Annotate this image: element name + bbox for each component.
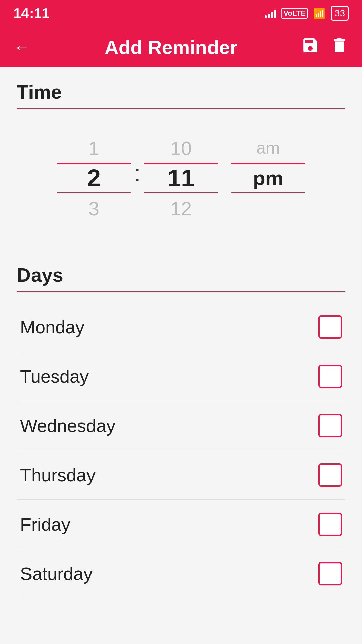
toolbar-actions bbox=[301, 36, 349, 58]
day-label-thursday: Thursday bbox=[20, 465, 96, 485]
page-title: Add Reminder bbox=[41, 36, 301, 58]
minute-column[interactable]: 10 11 12 bbox=[144, 133, 218, 223]
day-checkbox-saturday[interactable] bbox=[318, 562, 342, 585]
day-label-friday: Friday bbox=[20, 514, 70, 535]
day-checkbox-wednesday[interactable] bbox=[318, 414, 342, 437]
minute-above: 10 bbox=[170, 133, 192, 163]
ampm-above: am bbox=[256, 133, 280, 163]
back-arrow-icon: ← bbox=[13, 37, 31, 57]
status-icons: VoLTE 📶 33 bbox=[265, 6, 349, 21]
day-label-monday: Monday bbox=[20, 317, 84, 337]
lte-icon: VoLTE bbox=[281, 8, 307, 19]
time-separator: : bbox=[131, 159, 144, 187]
save-button[interactable] bbox=[301, 36, 320, 58]
hour-column[interactable]: 1 2 3 bbox=[57, 133, 131, 223]
minute-below: 12 bbox=[170, 193, 192, 223]
time-section-title: Time bbox=[17, 80, 345, 109]
day-row-thursday[interactable]: Thursday bbox=[17, 450, 345, 500]
ampm-column[interactable]: am pm bbox=[231, 133, 305, 223]
day-row-friday[interactable]: Friday bbox=[17, 500, 345, 549]
day-label-saturday: Saturday bbox=[20, 563, 93, 584]
day-row-saturday[interactable]: Saturday bbox=[17, 549, 345, 598]
hour-below: 3 bbox=[88, 193, 99, 223]
trash-icon bbox=[330, 36, 349, 55]
content: Time 1 2 3 : 10 11 12 am pm Days Mo bbox=[0, 67, 362, 612]
hour-selected[interactable]: 2 bbox=[57, 163, 131, 193]
day-row-tuesday[interactable]: Tuesday bbox=[17, 352, 345, 401]
day-label-wednesday: Wednesday bbox=[20, 415, 115, 436]
status-time: 14:11 bbox=[13, 5, 49, 21]
delete-button[interactable] bbox=[330, 36, 349, 58]
signal-icon bbox=[265, 9, 276, 18]
day-label-tuesday: Tuesday bbox=[20, 366, 89, 387]
day-checkbox-tuesday[interactable] bbox=[318, 365, 342, 388]
ampm-selected[interactable]: pm bbox=[231, 163, 305, 193]
time-section-header: Time bbox=[17, 80, 345, 109]
battery-icon: 33 bbox=[331, 6, 349, 21]
days-section-header: Days bbox=[17, 264, 345, 292]
hour-above: 1 bbox=[88, 133, 99, 163]
time-picker[interactable]: 1 2 3 : 10 11 12 am pm bbox=[17, 119, 345, 250]
day-checkbox-monday[interactable] bbox=[318, 315, 342, 339]
minute-selected[interactable]: 11 bbox=[144, 163, 218, 193]
toolbar: ← Add Reminder bbox=[0, 27, 362, 67]
status-bar: 14:11 VoLTE 📶 33 bbox=[0, 0, 362, 27]
wifi-icon: 📶 bbox=[313, 8, 325, 19]
day-checkbox-thursday[interactable] bbox=[318, 463, 342, 487]
day-checkbox-friday[interactable] bbox=[318, 513, 342, 536]
days-section-title: Days bbox=[17, 264, 345, 292]
days-section: Days Monday Tuesday Wednesday Thursday F… bbox=[17, 264, 345, 598]
save-icon bbox=[301, 36, 320, 55]
back-button[interactable]: ← bbox=[13, 38, 31, 56]
day-row-wednesday[interactable]: Wednesday bbox=[17, 401, 345, 450]
day-row-monday[interactable]: Monday bbox=[17, 303, 345, 352]
